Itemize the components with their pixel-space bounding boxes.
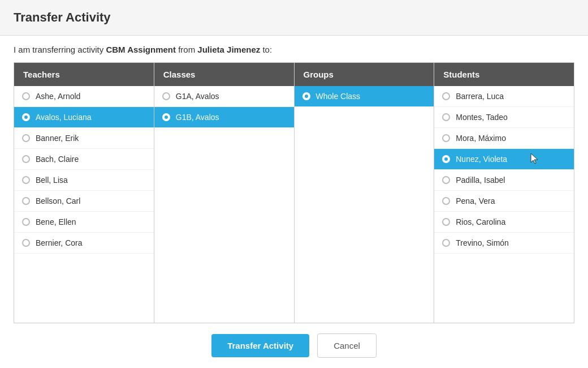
transfer-activity-button[interactable]: Transfer Activity xyxy=(211,334,309,357)
groups-list[interactable]: Whole Class xyxy=(295,86,434,323)
teacher-item[interactable]: Bernier, Cora xyxy=(14,233,154,254)
student-item[interactable]: Padilla, Isabel xyxy=(434,170,574,191)
description-prefix: I am transferring activity xyxy=(14,45,106,54)
student-item[interactable]: Mora, Máximo xyxy=(434,128,574,149)
classes-column: Classes G1A, AvalosG1B, Avalos xyxy=(154,63,295,323)
class-item[interactable]: G1B, Avalos xyxy=(154,107,294,128)
teacher-item[interactable]: Bach, Claire xyxy=(14,149,154,170)
modal-footer: Transfer Activity Cancel xyxy=(0,323,588,368)
student-item[interactable]: Trevino, Simón xyxy=(434,233,574,254)
groups-header: Groups xyxy=(295,63,434,86)
student-item[interactable]: Nunez, Violeta xyxy=(434,149,574,170)
cancel-button[interactable]: Cancel xyxy=(317,333,377,358)
class-item[interactable]: G1A, Avalos xyxy=(154,86,294,107)
student-item[interactable]: Montes, Tadeo xyxy=(434,107,574,128)
columns-wrapper: Teachers Ashe, ArnoldAvalos, LucianaBann… xyxy=(14,62,574,323)
teacher-item[interactable]: Bell, Lisa xyxy=(14,170,154,191)
classes-header: Classes xyxy=(154,63,294,86)
activity-description: I am transferring activity CBM Assignmen… xyxy=(14,45,574,54)
description-suffix: to: xyxy=(260,45,272,54)
description-middle: from xyxy=(176,45,197,54)
student-item[interactable]: Pena, Vera xyxy=(434,191,574,212)
teacher-item[interactable]: Bellson, Carl xyxy=(14,191,154,212)
student-item[interactable]: Barrera, Luca xyxy=(434,86,574,107)
students-list[interactable]: Barrera, LucaMontes, TadeoMora, MáximoNu… xyxy=(434,86,574,323)
teacher-item[interactable]: Avalos, Luciana xyxy=(14,107,154,128)
activity-name: CBM Assignment xyxy=(106,45,176,54)
teachers-list[interactable]: Ashe, ArnoldAvalos, LucianaBanner, ErikB… xyxy=(14,86,154,323)
teachers-column: Teachers Ashe, ArnoldAvalos, LucianaBann… xyxy=(14,63,154,323)
teachers-header: Teachers xyxy=(14,63,154,86)
from-name: Julieta Jimenez xyxy=(197,45,260,54)
groups-column: Groups Whole Class xyxy=(295,63,435,323)
modal-body: I am transferring activity CBM Assignmen… xyxy=(0,36,588,323)
modal-header: Transfer Activity xyxy=(0,0,588,36)
students-column: Students Barrera, LucaMontes, TadeoMora,… xyxy=(434,63,574,323)
group-item[interactable]: Whole Class xyxy=(295,86,434,107)
teacher-item[interactable]: Banner, Erik xyxy=(14,128,154,149)
modal-title: Transfer Activity xyxy=(14,10,574,25)
teacher-item[interactable]: Ashe, Arnold xyxy=(14,86,154,107)
teacher-item[interactable]: Bene, Ellen xyxy=(14,212,154,233)
students-header: Students xyxy=(434,63,574,86)
classes-list[interactable]: G1A, AvalosG1B, Avalos xyxy=(154,86,294,323)
modal-container: Transfer Activity I am transferring acti… xyxy=(0,0,588,368)
student-item[interactable]: Rios, Carolina xyxy=(434,212,574,233)
